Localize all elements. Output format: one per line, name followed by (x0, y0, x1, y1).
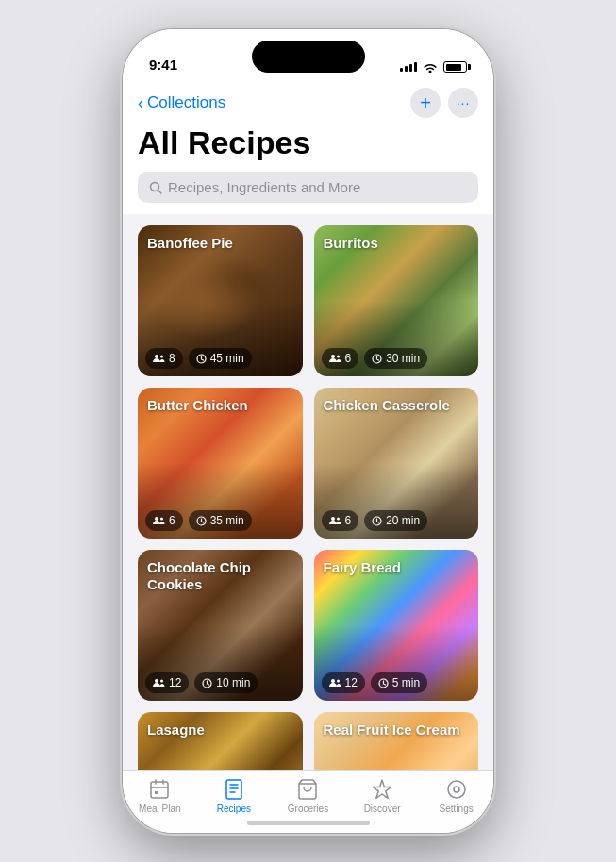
time-label-banoffee: 45 min (210, 352, 244, 365)
nav-actions: + ··· (410, 88, 478, 118)
add-button[interactable]: + (410, 88, 441, 118)
card-meta-fairy-bread: 12 5 min (322, 672, 428, 693)
people-icon (329, 354, 341, 363)
recipes-icon (223, 778, 245, 801)
status-time: 9:41 (149, 57, 177, 73)
svg-rect-25 (155, 791, 158, 794)
meta-time-burritos: 30 min (364, 348, 427, 369)
time-label-burritos: 30 min (386, 352, 420, 365)
people-icon (329, 516, 341, 525)
servings-label-chocolate-chip-cookies: 12 (169, 676, 181, 689)
svg-point-8 (155, 517, 158, 521)
recipe-card-chocolate-chip-cookies[interactable]: Chocolate Chip Cookies 12 (138, 550, 303, 701)
recipe-card-real-fruit-ice-cream[interactable]: Real Fruit Ice Cream 4 (314, 712, 479, 770)
meta-time-butter-chicken: 35 min (189, 510, 252, 531)
dynamic-island (252, 41, 365, 73)
discover-icon (371, 778, 393, 801)
signal-bar-3 (409, 64, 412, 72)
more-button[interactable]: ··· (448, 88, 478, 118)
recipe-card-fairy-bread[interactable]: Fairy Bread 12 (314, 550, 479, 701)
card-title-burritos: Burritos (324, 235, 470, 252)
svg-point-6 (337, 356, 340, 358)
clock-icon (196, 354, 207, 364)
card-title-chicken-casserole: Chicken Casserole (324, 397, 470, 414)
card-overlay (138, 225, 303, 376)
tab-settings[interactable]: Settings (428, 778, 485, 814)
search-container: Recipes, Ingredients and More (123, 172, 493, 214)
signal-bar-4 (414, 62, 417, 72)
meta-time-fairy-bread: 5 min (371, 672, 427, 693)
card-title-real-fruit-ice-cream: Real Fruit Ice Cream (324, 721, 470, 738)
tab-groceries[interactable]: Groceries (279, 778, 336, 814)
svg-point-4 (197, 355, 206, 363)
people-icon (153, 678, 165, 688)
svg-rect-24 (151, 782, 168, 798)
servings-label-butter-chicken: 6 (169, 514, 175, 527)
servings-label-burritos: 6 (345, 352, 352, 365)
card-meta-burritos: 6 30 min (322, 348, 428, 369)
recipe-card-burritos[interactable]: Burritos 6 (314, 225, 479, 376)
search-icon (149, 181, 162, 194)
card-meta-butter-chicken: 6 35 min (145, 510, 252, 531)
back-chevron-icon: ‹ (138, 93, 143, 113)
settings-icon (445, 778, 468, 801)
svg-point-18 (337, 680, 340, 683)
back-button[interactable]: ‹ Collections (138, 93, 225, 113)
signal-bar-1 (400, 68, 403, 72)
recipe-card-banoffee-pie[interactable]: Banoffee Pie 8 (138, 225, 303, 376)
tab-discover[interactable]: Discover (354, 778, 410, 814)
card-title-butter-chicken: Butter Chicken (147, 397, 293, 414)
svg-line-1 (158, 190, 162, 193)
home-indicator (247, 821, 370, 825)
card-meta-banoffee: 8 45 min (145, 348, 252, 369)
meta-servings-chicken-casserole: 6 (322, 510, 359, 531)
card-meta-chicken-casserole: 6 20 min (322, 510, 428, 531)
svg-point-27 (448, 781, 465, 798)
card-title-chocolate-chip-cookies: Chocolate Chip Cookies (147, 559, 293, 593)
scroll-content[interactable]: Banoffee Pie 8 (123, 214, 493, 770)
tab-meal-plan-label: Meal Plan (139, 804, 180, 814)
recipe-card-lasagne[interactable]: Lasagne 6 (138, 712, 303, 770)
clock-icon (196, 516, 207, 526)
time-label-chicken-casserole: 20 min (386, 514, 420, 527)
wifi-icon (423, 61, 438, 73)
svg-point-2 (155, 355, 158, 358)
search-placeholder: Recipes, Ingredients and More (168, 179, 360, 195)
status-icons (400, 61, 467, 73)
clock-icon (378, 678, 389, 688)
card-title-lasagne: Lasagne (147, 721, 293, 738)
battery-fill (446, 64, 461, 71)
meta-time-chocolate-chip-cookies: 10 min (194, 672, 258, 693)
recipe-card-chicken-casserole[interactable]: Chicken Casserole 6 (314, 388, 479, 539)
page-title: All Recipes (138, 125, 478, 160)
recipe-card-butter-chicken[interactable]: Butter Chicken 6 (138, 388, 303, 539)
svg-point-11 (331, 517, 335, 521)
meta-time-chicken-casserole: 20 min (364, 510, 427, 531)
tab-settings-label: Settings (440, 804, 474, 814)
meta-time-banoffee: 45 min (189, 348, 252, 369)
people-icon (329, 678, 341, 688)
svg-point-12 (337, 518, 340, 521)
meta-servings-burritos: 6 (322, 348, 359, 369)
tab-meal-plan[interactable]: Meal Plan (131, 778, 188, 814)
time-label-fairy-bread: 5 min (392, 676, 420, 689)
clock-icon (202, 678, 212, 688)
card-title-banoffee: Banoffee Pie (147, 235, 293, 252)
screen: 9:41 ‹ (123, 29, 493, 833)
svg-rect-26 (226, 780, 241, 799)
tab-recipes[interactable]: Recipes (206, 778, 262, 814)
nav-bar: ‹ Collections + ··· (123, 80, 493, 122)
battery-icon (443, 61, 467, 73)
signal-bars (400, 62, 417, 72)
phone-frame: 9:41 ‹ (123, 29, 493, 833)
svg-point-3 (160, 356, 163, 358)
recipe-grid: Banoffee Pie 8 (138, 225, 478, 770)
groceries-icon (296, 778, 319, 801)
page-header: All Recipes (123, 122, 493, 172)
tab-recipes-label: Recipes (217, 804, 251, 814)
meta-servings-fairy-bread: 12 (322, 672, 365, 693)
tab-discover-label: Discover (364, 804, 401, 814)
search-bar[interactable]: Recipes, Ingredients and More (138, 172, 478, 203)
card-title-fairy-bread: Fairy Bread (324, 559, 470, 576)
clock-icon (372, 516, 382, 526)
